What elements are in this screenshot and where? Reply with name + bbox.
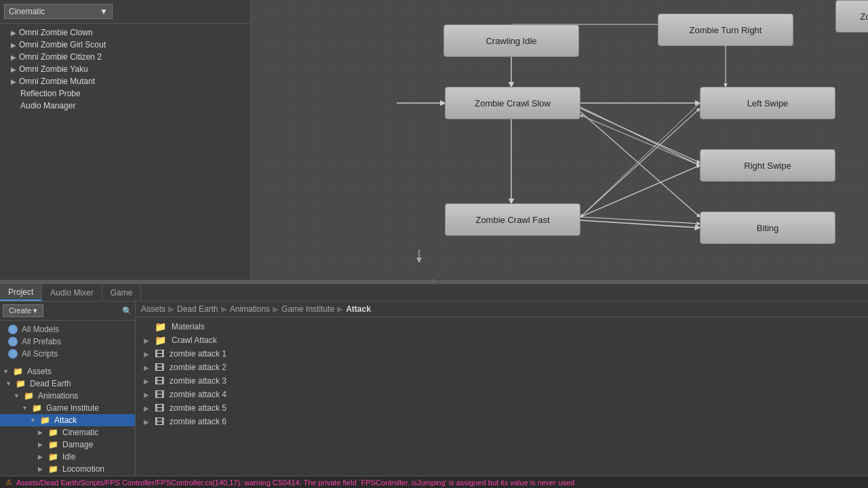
scroll-divider[interactable]: ⋮ — [0, 279, 868, 285]
hierarchy-item-label: Omni Zombie Girl Scout — [19, 40, 106, 49]
hierarchy-item-reflection-probe[interactable]: Reflection Probe — [0, 87, 250, 100]
breadcrumb-separator: ▶ — [168, 304, 174, 314]
tree-item-label: Idle — [62, 452, 75, 462]
file-icon: 🎞 — [155, 348, 164, 359]
asset-label: Crawl Attack — [172, 336, 217, 345]
tree-expand-icon: ▼ — [3, 368, 11, 375]
tree-item-label: Damage — [62, 440, 93, 449]
tree-expand-icon: ▼ — [5, 380, 14, 387]
tabs-bar: ProjectAudio MixerGame — [0, 285, 868, 302]
state-node-zombie-crawl-slow[interactable]: Zombie Crawl Slow — [445, 87, 580, 119]
warning-icon: ⚠ — [5, 478, 12, 487]
state-node-zombie-turn-right[interactable]: Zombie Turn Right — [658, 14, 793, 46]
hierarchy-item-label: Omni Zombie Clown — [19, 28, 93, 37]
state-node-left-swipe[interactable]: Left Swipe — [700, 87, 835, 119]
asset-tree: ▼📁Assets▼📁Dead Earth▼📁Animations▼📁Game I… — [0, 363, 135, 476]
state-node-biting[interactable]: Biting — [700, 211, 835, 244]
state-node-right-swipe[interactable]: Right Swipe — [700, 149, 835, 182]
tree-item-locomotion[interactable]: ▶📁Locomotion — [0, 463, 135, 475]
folder-icon: 📁 — [24, 391, 34, 401]
breadcrumb-item[interactable]: Animations — [230, 304, 270, 314]
tree-item-attack[interactable]: ▼📁Attack — [0, 414, 135, 426]
hierarchy-list: ▶Omni Zombie Clown▶Omni Zombie Girl Scou… — [0, 24, 250, 279]
tree-item-animations[interactable]: ▼📁Animations — [0, 390, 135, 402]
tree-expand-icon: ▶ — [38, 466, 46, 472]
hierarchy-item-label: Omni Zombie Yaku — [19, 64, 88, 74]
asset-label: zombie attack 3 — [170, 376, 226, 386]
file-icon: 🎞 — [155, 389, 164, 400]
tree-item-idle[interactable]: ▶📁Idle — [0, 451, 135, 463]
expand-icon: ▶ — [11, 54, 16, 61]
hierarchy-item-omni-mutant[interactable]: ▶Omni Zombie Mutant — [0, 75, 250, 87]
asset-row[interactable]: ▶🎞zombie attack 1 — [141, 347, 863, 361]
asset-row[interactable]: ▶🎞zombie attack 3 — [141, 374, 863, 388]
state-node-zombie-top[interactable]: Zombi... — [835, 0, 868, 33]
animator-area[interactable]: Zombie Turn RightCrawling IdleZombie Cra… — [251, 0, 868, 279]
asset-row[interactable]: ▶🎞zombie attack 2 — [141, 361, 863, 374]
search-icon[interactable]: 🔍 — [122, 306, 132, 316]
hierarchy-item-label: Audio Manager — [20, 101, 75, 110]
asset-row[interactable]: ▶📁Crawl Attack — [141, 333, 863, 347]
tree-item-cinematic[interactable]: ▶📁Cinematic — [0, 426, 135, 439]
tree-expand-icon: ▶ — [38, 453, 46, 460]
state-node-crawling-idle[interactable]: Crawling Idle — [443, 24, 579, 57]
expand-icon: ▶ — [11, 29, 16, 37]
project-content: Create ▾ 🔍 ⬡All Models⬡All Prefabs⬡All S… — [0, 302, 868, 476]
hierarchy-item-omni-citizen-2[interactable]: ▶Omni Zombie Citizen 2 — [0, 51, 250, 63]
filter-label: All Scripts — [22, 349, 58, 359]
tree-expand-icon: ▼ — [30, 417, 38, 424]
asset-expand-icon: ▶ — [144, 337, 152, 344]
folder-icon: 📁 — [32, 403, 42, 413]
asset-expand-icon: ▶ — [144, 418, 152, 426]
file-icon: 🎞 — [155, 416, 164, 427]
tree-item-dead-earth[interactable]: ▼📁Dead Earth — [0, 378, 135, 390]
breadcrumb-item[interactable]: Game Institute — [281, 304, 334, 314]
folder-icon: 📁 — [40, 415, 50, 425]
create-button[interactable]: Create ▾ — [3, 304, 43, 317]
asset-row[interactable]: ▶🎞zombie attack 6 — [141, 415, 863, 428]
filter-icon: ⬡ — [8, 325, 18, 334]
tree-item-label: Assets — [27, 367, 52, 376]
asset-expand-icon: ▶ — [144, 391, 152, 399]
filter-label: All Prefabs — [22, 337, 61, 346]
state-node-zombie-crawl-fast[interactable]: Zombie Crawl Fast — [445, 203, 580, 236]
asset-row[interactable]: ▶🎞zombie attack 5 — [141, 401, 863, 415]
hierarchy-item-omni-yaku[interactable]: ▶Omni Zombie Yaku — [0, 63, 250, 75]
asset-expand-icon: ▶ — [144, 364, 152, 371]
tab-project[interactable]: Project — [0, 285, 42, 301]
folder-icon: 📁 — [48, 428, 58, 437]
breadcrumb-separator: ▶ — [337, 304, 343, 314]
tree-item-game-institute[interactable]: ▼📁Game Institute — [0, 402, 135, 414]
asset-row[interactable]: ▶🎞zombie attack 4 — [141, 388, 863, 401]
tree-expand-icon: ▼ — [14, 392, 22, 399]
cinematic-dropdown[interactable]: Cinematic ▼ — [4, 4, 113, 19]
tree-expand-icon: ▶ — [38, 441, 46, 448]
filter-all-models[interactable]: ⬡All Models — [0, 323, 135, 336]
asset-expand-icon: ▶ — [144, 350, 152, 358]
asset-expand-icon: ▶ — [144, 378, 152, 385]
tree-item-assets[interactable]: ▼📁Assets — [0, 365, 135, 378]
tree-expand-icon: ▶ — [38, 429, 46, 436]
filter-all-prefabs[interactable]: ⬡All Prefabs — [0, 336, 135, 348]
tree-item-damage[interactable]: ▶📁Damage — [0, 439, 135, 451]
hierarchy-item-label: Omni Zombie Mutant — [19, 77, 95, 86]
tab-audio-mixer[interactable]: Audio Mixer — [42, 285, 102, 301]
breadcrumb-current: Attack — [346, 304, 371, 314]
breadcrumb-item[interactable]: Dead Earth — [177, 304, 218, 314]
asset-row[interactable]: 📁Materials — [141, 320, 863, 333]
filter-all-scripts[interactable]: ⬡All Scripts — [0, 348, 135, 360]
asset-label: Materials — [172, 322, 205, 331]
folder-icon: 📁 — [48, 452, 58, 462]
file-icon: 🎞 — [155, 403, 164, 413]
hierarchy-item-omni-clown[interactable]: ▶Omni Zombie Clown — [0, 26, 250, 39]
asset-label: zombie attack 5 — [170, 403, 226, 413]
breadcrumb-item[interactable]: Assets — [141, 304, 165, 314]
filter-icon: ⬡ — [8, 337, 18, 346]
folder-icon: 📁 — [155, 321, 166, 332]
tab-game[interactable]: Game — [102, 285, 142, 301]
top-section: Cinematic ▼ ▶Omni Zombie Clown▶Omni Zomb… — [0, 0, 868, 279]
tree-item-label: Animations — [38, 391, 78, 401]
hierarchy-item-audio-manager[interactable]: Audio Manager — [0, 100, 250, 112]
asset-label: zombie attack 2 — [170, 363, 226, 372]
hierarchy-item-omni-girl-scout[interactable]: ▶Omni Zombie Girl Scout — [0, 39, 250, 51]
